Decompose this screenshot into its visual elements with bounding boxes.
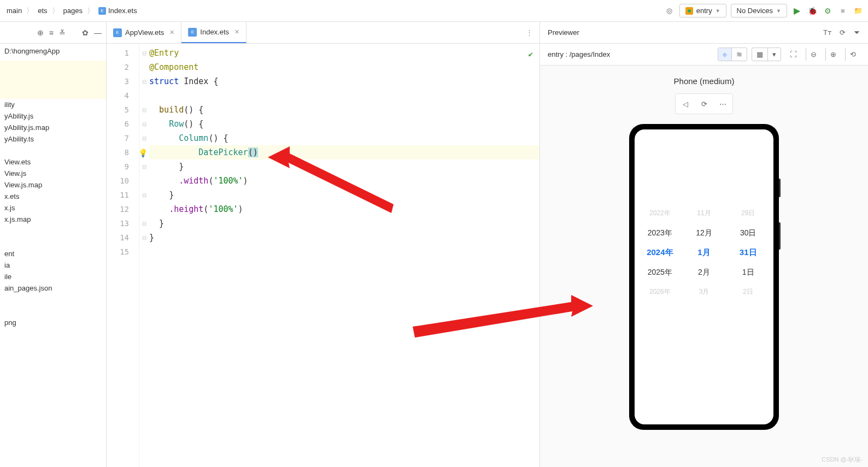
tree-item[interactable]: ain_pages.json <box>0 282 106 294</box>
tree-item[interactable] <box>0 237 106 248</box>
tree-item[interactable]: ent <box>0 248 106 259</box>
rotate-icon[interactable]: ⟲ <box>845 48 860 61</box>
tab-overflow-icon[interactable]: ⋮ <box>519 22 539 43</box>
tree-item[interactable]: ile <box>0 271 106 282</box>
target-icon[interactable]: ⊕ <box>37 28 44 37</box>
tab-appview[interactable]: E AppView.ets ✕ <box>107 22 181 43</box>
project-path[interactable]: D:\hongmengApp <box>0 44 106 58</box>
lightbulb-icon[interactable]: 💡 <box>138 146 148 160</box>
tree-item[interactable]: View.js.map <box>0 179 106 191</box>
year-column[interactable]: 2022年 2023年 2024年 2025年 2026年 <box>638 203 682 302</box>
watermark: CSDN @-耿瑞- <box>822 456 863 464</box>
previewer-panel: Previewer Tᴛ ⟳ ⏷ entry : /pages/Index ⟐ … <box>540 22 868 467</box>
previewer-subbar: entry : /pages/Index ⟐ ≋ ▦ ▾ ⛶ ⊖ ⊕ ⟲ <box>540 44 868 66</box>
chevron-right-icon: 〉 <box>87 6 94 16</box>
top-right-toolbar: ◎ entry ▼ No Devices ▼ ▶ 🐞 ⚙ ■ 📁 <box>664 4 864 17</box>
tree-item[interactable]: png <box>0 317 106 328</box>
collapse-icon[interactable]: ≡ <box>49 28 54 37</box>
close-icon[interactable]: ✕ <box>234 28 239 36</box>
project-panel: ⊕ ≡ ≚ ✿ — D:\hongmengApp ilityyAbility.j… <box>0 22 107 467</box>
breadcrumb-ets[interactable]: ets <box>36 5 49 16</box>
preview-path: entry : /pages/Index <box>548 50 610 58</box>
top-bar: main 〉 ets 〉 pages 〉 EIndex.ets ◎ entry … <box>0 0 868 22</box>
entry-dropdown[interactable]: entry ▼ <box>679 4 726 17</box>
tab-index[interactable]: E Index.ets ✕ <box>181 22 247 43</box>
previewer-title: Previewer <box>548 28 579 37</box>
chevron-right-icon: 〉 <box>26 6 33 16</box>
day-column[interactable]: 29日 30日 31日 1日 2日 <box>726 203 770 302</box>
tree-item[interactable]: x.js.map <box>0 214 106 225</box>
stop-icon[interactable]: ■ <box>837 5 848 16</box>
breadcrumb-main[interactable]: main <box>4 5 24 16</box>
filter-icon[interactable]: ⏷ <box>853 28 860 37</box>
previewer-header: Previewer Tᴛ ⟳ ⏷ <box>540 22 868 44</box>
refresh-icon[interactable]: ⟳ <box>840 28 846 37</box>
ets-file-icon: E <box>113 28 122 37</box>
preview-canvas: Phone (medium) ◁ ⟳ ⋯ 2022年 2023年 2024年 2… <box>540 66 868 467</box>
chevron-down-icon[interactable]: ▾ <box>767 48 781 61</box>
month-column[interactable]: 11月 12月 1月 2月 3月 <box>682 203 726 302</box>
chevron-down-icon: ▼ <box>715 8 720 14</box>
project-toolbar: ⊕ ≡ ≚ ✿ — <box>0 22 106 44</box>
breadcrumb-file[interactable]: EIndex.ets <box>96 5 139 16</box>
project-tree: ilityyAbility.jsyAbility.js.mapyAbility.… <box>0 58 106 330</box>
device-label: Phone (medium) <box>674 76 735 86</box>
tree-item[interactable]: ia <box>0 259 106 271</box>
ets-file-icon: E <box>98 7 106 15</box>
phone-screen[interactable]: 2022年 2023年 2024年 2025年 2026年 11月 12月 1月… <box>635 129 773 424</box>
phone-frame: 2022年 2023年 2024年 2025年 2026年 11月 12月 1月… <box>629 124 779 430</box>
date-picker[interactable]: 2022年 2023年 2024年 2025年 2026年 11月 12月 1月… <box>635 203 773 302</box>
editor-panel: E AppView.ets ✕ E Index.ets ✕ ⋮ 12345678… <box>107 22 540 467</box>
zoom-in-icon[interactable]: ⊕ <box>825 48 841 61</box>
debug-icon[interactable]: 🐞 <box>807 5 818 16</box>
run-icon[interactable]: ▶ <box>791 5 802 16</box>
tree-item[interactable]: x.js <box>0 202 106 214</box>
tree-item[interactable] <box>0 225 106 237</box>
code-area[interactable]: ✔ 💡 @Entry @Component struct Index { bui… <box>149 44 539 467</box>
minimize-icon[interactable]: — <box>94 28 102 37</box>
grid-icon[interactable]: ▦ <box>752 48 767 61</box>
module-icon <box>685 7 693 15</box>
tab-bar: E AppView.ets ✕ E Index.ets ✕ ⋮ <box>107 22 539 44</box>
target-icon[interactable]: ◎ <box>664 5 675 16</box>
tree-item[interactable]: View.ets <box>0 156 106 168</box>
tree-item[interactable]: x.ets <box>0 191 106 202</box>
zoom-out-icon[interactable]: ⊖ <box>806 48 821 61</box>
back-icon[interactable]: ◁ <box>679 97 692 110</box>
check-icon[interactable]: ✔ <box>529 47 533 61</box>
tree-item[interactable]: ility <box>0 99 106 110</box>
layers-icon[interactable]: ≋ <box>731 48 747 61</box>
tree-item[interactable]: View.js <box>0 168 106 179</box>
expand-icon[interactable]: ≚ <box>59 28 66 37</box>
chevron-down-icon: ▼ <box>776 8 781 14</box>
chevron-right-icon: 〉 <box>52 6 59 16</box>
rotate-device-icon[interactable]: ⟳ <box>697 97 711 110</box>
code-editor[interactable]: 123456789101112131415 ⊟⊟ ⊟⊟⊟ ⊟⊟ ⊟⊟ ✔ 💡 @… <box>107 44 539 467</box>
crop-icon[interactable]: ⛶ <box>785 48 801 61</box>
ets-file-icon: E <box>188 28 197 37</box>
tree-item[interactable] <box>0 305 106 317</box>
tree-item[interactable] <box>0 294 106 305</box>
tree-item[interactable]: yAbility.ts <box>0 133 106 145</box>
tree-item[interactable]: yAbility.js <box>0 110 106 122</box>
more-icon[interactable]: ⋯ <box>716 97 729 110</box>
inspect-icon[interactable]: ⟐ <box>718 48 731 61</box>
more-icon[interactable]: 📁 <box>853 5 864 16</box>
breadcrumbs: main 〉 ets 〉 pages 〉 EIndex.ets <box>4 5 139 16</box>
gear-icon[interactable]: ✿ <box>82 28 89 37</box>
tree-item[interactable] <box>0 145 106 156</box>
profile-icon[interactable]: ⚙ <box>822 5 833 16</box>
breadcrumb-pages[interactable]: pages <box>61 5 85 16</box>
tree-item[interactable]: yAbility.js.map <box>0 122 106 133</box>
close-icon[interactable]: ✕ <box>169 29 174 36</box>
devices-dropdown[interactable]: No Devices ▼ <box>731 4 787 17</box>
device-controls: ◁ ⟳ ⋯ <box>675 93 733 114</box>
font-icon[interactable]: Tᴛ <box>823 28 832 37</box>
